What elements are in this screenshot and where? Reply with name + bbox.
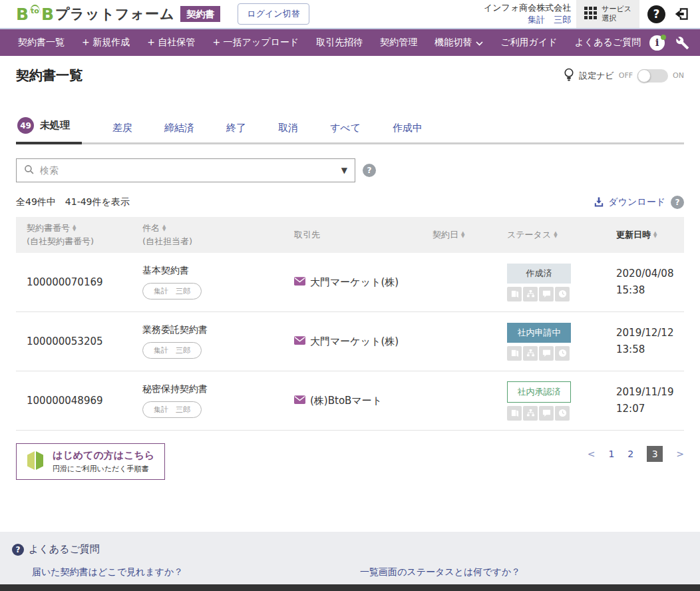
- sort-icon-status[interactable]: ▲▼: [554, 232, 557, 239]
- search-row: ▼ ?: [0, 144, 700, 182]
- main-nav: 契約書一覧 + 新規作成 + 自社保管 + 一括アップロード 取引先招待 契約管…: [0, 29, 700, 56]
- nav-item-contract-manage[interactable]: 契約管理: [371, 37, 426, 49]
- download-link[interactable]: ダウンロード: [594, 196, 665, 209]
- tab-label: 終了: [226, 122, 246, 134]
- organization-icon[interactable]: [523, 346, 538, 361]
- pagination-page-3-current: 3: [647, 446, 663, 462]
- nav-item-partner-invite[interactable]: 取引先招待: [307, 37, 371, 49]
- organization-icon[interactable]: [523, 406, 538, 421]
- info-notification-icon[interactable]: i: [649, 35, 665, 51]
- search-dropdown-caret-icon[interactable]: ▼: [341, 166, 347, 175]
- search-icon: [24, 164, 35, 177]
- pagination: < 1 2 3 >: [588, 446, 684, 462]
- table-row[interactable]: 100000053205 業務委託契約書 集計 三郎 大門マーケット(株) 社内…: [16, 312, 684, 371]
- document-icon[interactable]: [507, 406, 522, 421]
- sort-icon-updated[interactable]: ▲▼: [653, 232, 657, 239]
- sort-icon-contract-date[interactable]: ▲▼: [461, 232, 464, 239]
- pagination-next[interactable]: >: [676, 449, 684, 459]
- contract-number[interactable]: 100000053205: [27, 335, 103, 347]
- login-switch-button[interactable]: ログイン切替: [238, 3, 309, 25]
- nav-label: + 一括アップロード: [212, 37, 299, 49]
- help-icon[interactable]: ?: [647, 5, 665, 23]
- nav-item-contract-list[interactable]: 契約書一覧: [9, 37, 73, 49]
- pagination-page-1[interactable]: 1: [608, 449, 614, 459]
- service-select-label-line2: 選択: [602, 14, 616, 23]
- nav-label: 契約書一覧: [18, 37, 65, 49]
- updated-time: 12:07: [616, 401, 684, 418]
- nav-item-bulk-upload[interactable]: + 一括アップロード: [204, 37, 307, 49]
- search-box[interactable]: ▼: [16, 158, 355, 182]
- tab-returned[interactable]: 差戻: [111, 118, 134, 142]
- status-tabs: 49 未処理 差戻 締結済 終了 取消 すべて 作成中: [0, 113, 700, 144]
- contract-number[interactable]: 100000070169: [27, 276, 103, 288]
- beginner-mark-icon: [25, 449, 45, 474]
- updated-date: 2019/12/12: [616, 325, 684, 342]
- status-badge: 社内承認済: [507, 381, 571, 403]
- history-icon[interactable]: [555, 287, 570, 301]
- logo-keiyakusho-badge: 契約書: [180, 6, 220, 22]
- nav-item-new-create[interactable]: + 新規作成: [73, 37, 138, 49]
- updated-time: 15:38: [616, 282, 684, 299]
- comment-icon[interactable]: [539, 287, 554, 301]
- pagination-page-2[interactable]: 2: [627, 449, 633, 459]
- table-header-row: 契約書番号 ▲▼ (自社契約書番号) 件名 ▲▼ (自社担当者) 取引先 契約日…: [16, 217, 684, 253]
- question-glyph: ?: [675, 198, 680, 207]
- toggle-off-label: OFF: [619, 71, 633, 80]
- faq-link-where-to-view[interactable]: 届いた契約書はどこで見れますか？: [32, 566, 360, 578]
- nav-label: よくあるご質問: [575, 37, 641, 49]
- organization-icon[interactable]: [523, 287, 538, 301]
- search-help-icon[interactable]: ?: [363, 164, 376, 177]
- partner-name[interactable]: (株)BtoBマート: [310, 395, 382, 407]
- comment-icon[interactable]: [539, 406, 554, 421]
- sort-icon-contract-no[interactable]: ▲▼: [73, 225, 76, 232]
- partner-name[interactable]: 大門マーケット(株): [310, 276, 399, 289]
- contract-subject[interactable]: 秘密保持契約書: [142, 383, 294, 395]
- tab-all[interactable]: すべて: [329, 118, 362, 142]
- nav-label: + 新規作成: [82, 37, 130, 49]
- settings-nav-toggle[interactable]: [637, 69, 668, 83]
- document-icon[interactable]: [507, 346, 522, 361]
- toggle-on-label: ON: [673, 71, 684, 80]
- partner-name[interactable]: 大門マーケット(株): [310, 335, 399, 348]
- tab-cancelled[interactable]: 取消: [277, 118, 299, 142]
- history-icon[interactable]: [555, 346, 570, 361]
- logout-icon[interactable]: [673, 5, 691, 23]
- question-glyph: ?: [367, 166, 372, 175]
- contract-table: 契約書番号 ▲▼ (自社契約書番号) 件名 ▲▼ (自社担当者) 取引先 契約日…: [16, 217, 684, 431]
- contract-number[interactable]: 100000048969: [27, 395, 103, 407]
- banner-subtitle: 円滑にご利用いただく手順書: [53, 464, 154, 474]
- col-header-contract-no: 契約書番号: [27, 222, 70, 234]
- search-input[interactable]: [40, 165, 341, 176]
- pagination-prev[interactable]: <: [588, 449, 596, 459]
- history-icon[interactable]: [555, 406, 570, 421]
- nav-item-function-switch[interactable]: 機能切替: [426, 37, 492, 49]
- service-select-button[interactable]: サービス 選択: [576, 0, 639, 28]
- nav-label: ご利用ガイド: [500, 37, 557, 49]
- faq-link-status-meaning[interactable]: 一覧画面のステータスとは何ですか？: [360, 566, 688, 578]
- contract-subject[interactable]: 業務委託契約書: [142, 324, 294, 336]
- table-row[interactable]: 100000048969 秘密保持契約書 集計 三郎 (株)BtoBマート 社内…: [16, 371, 684, 431]
- tab-ended[interactable]: 終了: [225, 118, 248, 142]
- nav-item-own-storage[interactable]: + 自社保管: [138, 37, 204, 49]
- tab-unprocessed[interactable]: 49 未処理: [16, 113, 82, 144]
- faq-heading: ? よくあるご質問: [12, 543, 688, 556]
- nav-item-faq[interactable]: よくあるご質問: [566, 37, 650, 49]
- col-header-contract-date: 契約日: [433, 229, 458, 241]
- beginner-guide-banner[interactable]: はじめての方はこちら 円滑にご利用いただく手順書: [16, 443, 165, 480]
- document-icon[interactable]: [507, 287, 522, 301]
- tab-concluded[interactable]: 締結済: [163, 118, 196, 142]
- table-row[interactable]: 100000070169 基本契約書 集計 三郎 大門マーケット(株) 作成済: [16, 253, 684, 312]
- download-help-icon[interactable]: ?: [671, 196, 684, 209]
- owner-pill: 集計 三郎: [142, 342, 202, 359]
- chevron-down-icon: [476, 37, 483, 48]
- user-name-link[interactable]: 集計 三郎: [484, 14, 571, 26]
- tab-drafting[interactable]: 作成中: [391, 118, 424, 142]
- contract-subject[interactable]: 基本契約書: [142, 265, 294, 277]
- btob-platform-logo[interactable]: B to B プラットフォーム 契約書: [16, 5, 220, 23]
- wrench-icon[interactable]: [675, 36, 689, 50]
- status-badge: 社内申請中: [507, 323, 571, 343]
- banner-title: はじめての方はこちら: [53, 449, 154, 462]
- sort-icon-subject[interactable]: ▲▼: [162, 225, 166, 232]
- nav-item-user-guide[interactable]: ご利用ガイド: [492, 37, 566, 49]
- comment-icon[interactable]: [539, 346, 554, 361]
